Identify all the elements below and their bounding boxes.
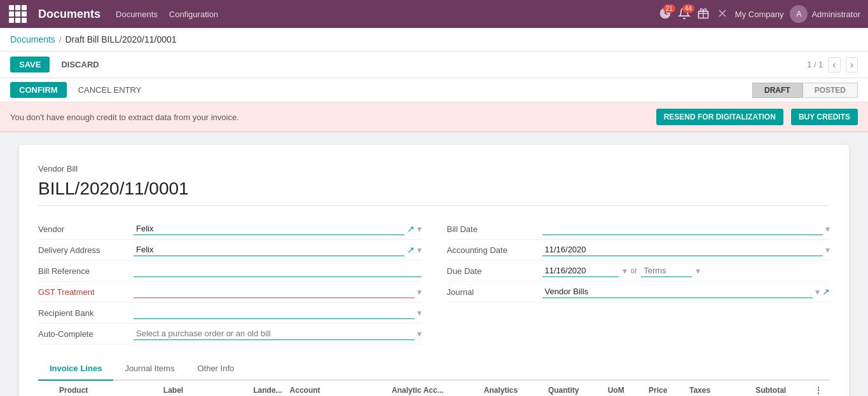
next-button[interactable]: › bbox=[846, 57, 858, 72]
prev-button[interactable]: ‹ bbox=[828, 57, 840, 72]
due-date-input[interactable] bbox=[542, 264, 619, 277]
left-fields: Vendor ↗ ▾ Delivery Address ↗ ▾ bbox=[38, 219, 422, 345]
resend-button[interactable]: RESEND FOR DIGITALIZATION bbox=[656, 109, 783, 125]
vendor-ext-link-icon[interactable]: ↗ bbox=[407, 224, 415, 234]
col-subtotal: Subtotal bbox=[752, 381, 811, 396]
col-taxes: Taxes bbox=[685, 381, 752, 396]
due-date-value: ▾ or ▾ bbox=[542, 264, 830, 277]
terms-dropdown-icon[interactable]: ▾ bbox=[696, 266, 700, 276]
col-product: Product bbox=[55, 381, 160, 396]
top-menu: Documents Configuration bbox=[116, 10, 649, 19]
document-card: Vendor Bill BILL/2020/11/0001 Vendor ↗ ▾… bbox=[19, 145, 849, 396]
gst-treatment-input[interactable] bbox=[134, 285, 415, 298]
invoice-lines-table: Product Label Lande... Account Analytic … bbox=[38, 381, 830, 396]
due-date-label: Due Date bbox=[447, 266, 542, 276]
bill-date-dropdown-icon[interactable]: ▾ bbox=[825, 224, 830, 234]
gst-treatment-label: GST Treatment bbox=[38, 287, 134, 297]
accounting-date-label: Accounting Date bbox=[447, 245, 542, 255]
tab-other-info[interactable]: Other Info bbox=[186, 357, 245, 381]
auto-complete-row: Auto-Complete ▾ bbox=[38, 324, 422, 345]
recipient-bank-row: Recipient Bank ▾ bbox=[38, 303, 422, 324]
buy-credits-button[interactable]: BUY CREDITS bbox=[791, 109, 858, 125]
status-bar: CONFIRM CANCEL ENTRY DRAFT POSTED bbox=[0, 78, 868, 102]
save-button[interactable]: SAVE bbox=[10, 57, 50, 72]
vendor-input[interactable] bbox=[134, 222, 404, 235]
delivery-dropdown-icon[interactable]: ▾ bbox=[417, 245, 422, 255]
close-icon[interactable] bbox=[716, 7, 729, 22]
accounting-date-row: Accounting Date ▾ bbox=[447, 240, 830, 261]
tab-invoice-lines[interactable]: Invoice Lines bbox=[38, 357, 113, 381]
delivery-ext-link-icon[interactable]: ↗ bbox=[407, 245, 415, 255]
col-analytic-acc: Analytic Acc... bbox=[388, 381, 480, 396]
recipient-bank-value: ▾ bbox=[134, 306, 422, 319]
top-navigation: Documents Documents Configuration 21 44 … bbox=[0, 0, 868, 28]
app-title: Documents bbox=[38, 8, 100, 21]
auto-complete-input[interactable] bbox=[134, 327, 415, 340]
user-name: Administrator bbox=[811, 10, 860, 19]
tab-posted[interactable]: POSTED bbox=[803, 83, 858, 98]
journal-row: Journal ▾ ↗ bbox=[447, 282, 830, 303]
cancel-entry-button[interactable]: CANCEL ENTRY bbox=[72, 82, 148, 98]
lines-table: Product Label Lande... Account Analytic … bbox=[38, 381, 830, 396]
col-drag bbox=[38, 381, 55, 396]
col-more: ⋮ bbox=[811, 381, 830, 396]
col-price: Price bbox=[645, 381, 685, 396]
terms-input[interactable] bbox=[641, 264, 692, 277]
or-separator: or bbox=[631, 266, 638, 275]
bill-number: BILL/2020/11/0001 bbox=[38, 179, 830, 206]
due-date-dropdown-icon[interactable]: ▾ bbox=[623, 266, 627, 276]
bill-date-input[interactable] bbox=[542, 222, 823, 235]
user-menu[interactable]: A Administrator bbox=[790, 5, 860, 23]
journal-dropdown-icon[interactable]: ▾ bbox=[815, 287, 820, 297]
company-name[interactable]: My Company bbox=[735, 10, 784, 19]
journal-ext-link-icon[interactable]: ↗ bbox=[822, 287, 830, 297]
menu-documents[interactable]: Documents bbox=[116, 10, 158, 19]
bill-reference-value bbox=[134, 264, 422, 277]
bill-reference-label: Bill Reference bbox=[38, 266, 134, 276]
gift-icon[interactable] bbox=[697, 7, 710, 22]
accounting-date-input[interactable] bbox=[542, 243, 823, 256]
discard-button[interactable]: DISCARD bbox=[55, 57, 105, 72]
tab-draft[interactable]: DRAFT bbox=[752, 83, 803, 98]
bill-date-value: ▾ bbox=[542, 222, 830, 235]
grid-menu-button[interactable] bbox=[8, 4, 28, 24]
recipient-bank-input[interactable] bbox=[134, 306, 415, 319]
document-type-label: Vendor Bill bbox=[38, 164, 830, 174]
pagination: 1 / 1 ‹ › bbox=[807, 57, 858, 72]
auto-complete-dropdown-icon[interactable]: ▾ bbox=[417, 329, 422, 339]
activity-icon[interactable]: 21 bbox=[659, 7, 672, 22]
gst-dropdown-icon[interactable]: ▾ bbox=[417, 287, 422, 297]
col-uom: UoM bbox=[604, 381, 645, 396]
gst-treatment-row: GST Treatment ▾ bbox=[38, 282, 422, 303]
confirm-button[interactable]: CONFIRM bbox=[10, 82, 67, 98]
notification-badge: 44 bbox=[682, 4, 694, 13]
col-analytics: Analytics bbox=[480, 381, 544, 396]
bill-reference-input[interactable] bbox=[134, 264, 422, 277]
breadcrumb-separator: / bbox=[59, 35, 62, 44]
recipient-bank-dropdown-icon[interactable]: ▾ bbox=[417, 308, 422, 318]
journal-label: Journal bbox=[447, 287, 542, 297]
delivery-address-label: Delivery Address bbox=[38, 245, 134, 255]
col-account: Account bbox=[286, 381, 389, 396]
form-fields: Vendor ↗ ▾ Delivery Address ↗ ▾ bbox=[38, 219, 830, 345]
vendor-value: ↗ ▾ bbox=[134, 222, 422, 235]
tab-journal-items[interactable]: Journal Items bbox=[113, 357, 186, 381]
vendor-dropdown-icon[interactable]: ▾ bbox=[417, 224, 422, 234]
menu-configuration[interactable]: Configuration bbox=[169, 10, 218, 19]
top-right-actions: 21 44 My Company A Administrator bbox=[659, 5, 860, 23]
bill-reference-row: Bill Reference bbox=[38, 261, 422, 282]
bill-date-row: Bill Date ▾ bbox=[447, 219, 830, 240]
breadcrumb-parent[interactable]: Documents bbox=[10, 34, 55, 44]
due-date-row: Due Date ▾ or ▾ bbox=[447, 261, 830, 282]
activity-badge: 21 bbox=[663, 4, 675, 13]
breadcrumb: Documents / Draft Bill BILL/2020/11/0001 bbox=[0, 28, 868, 51]
journal-input[interactable] bbox=[542, 285, 813, 298]
notification-icon[interactable]: 44 bbox=[678, 7, 691, 22]
col-lande: Lande... bbox=[249, 381, 286, 396]
alert-message: You don't have enough credit to extract … bbox=[10, 113, 649, 122]
delivery-address-input[interactable] bbox=[134, 243, 404, 256]
pagination-info: 1 / 1 bbox=[807, 60, 823, 69]
alert-bar: You don't have enough credit to extract … bbox=[0, 102, 868, 132]
accounting-date-dropdown-icon[interactable]: ▾ bbox=[825, 245, 830, 255]
main-content: Vendor Bill BILL/2020/11/0001 Vendor ↗ ▾… bbox=[0, 132, 868, 396]
